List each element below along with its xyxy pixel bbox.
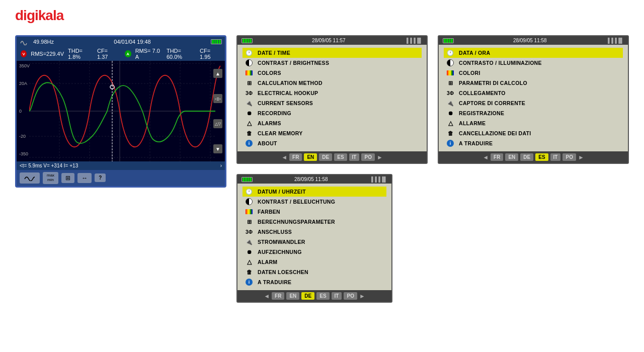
clock-icon: 🕐 — [245, 49, 254, 56]
it-item-contrast[interactable]: CONTRASTO / ILLUMINAZIONE — [444, 58, 623, 68]
lang-next-en[interactable]: ► — [377, 154, 383, 161]
osc-battery — [211, 39, 222, 44]
scroll-down-btn[interactable]: ▼ — [213, 144, 222, 153]
lang-po-en[interactable]: PO — [361, 153, 374, 161]
lang-en-it[interactable]: EN — [505, 153, 518, 161]
osc-side-controls: ▲ ◁▷ △▽ ▼ — [212, 61, 223, 161]
it-item-alarms-label: ALLARME — [459, 120, 486, 126]
lang-next-de[interactable]: ► — [359, 293, 365, 300]
screen-en: 28/09/05 11:57 ▐▐▐▐▌ 🕐 DATE / TIME CONTR… — [236, 35, 428, 164]
lang-fr-de[interactable]: FR — [272, 292, 284, 300]
it-item-sensors[interactable]: 🔌 CAPTORE DI CORRENTE — [444, 98, 623, 108]
it-item-calc[interactable]: ⊞ PARAMETRI DI CALCOLO — [444, 78, 623, 88]
en-item-alarms[interactable]: △ ALARMS — [243, 118, 422, 128]
osc-datetime: 04/01/04 19:48 — [114, 39, 150, 45]
de-item-contrast-label: KONTRAST / BELEUCHTUNG — [258, 199, 335, 205]
de-item-clear[interactable]: 🗑 DATEN LOESCHEN — [243, 267, 386, 277]
de-contrast-icon — [246, 198, 253, 205]
max-min-btn[interactable]: maxmin — [43, 172, 58, 184]
en-item-colors[interactable]: COLORS — [243, 68, 422, 78]
wave-view-btn[interactable] — [20, 172, 40, 184]
lang-next-it[interactable]: ► — [578, 154, 584, 161]
lang-en-de[interactable]: EN — [286, 292, 299, 300]
lang-es-en[interactable]: ES — [334, 153, 347, 161]
logo-text: digikala — [15, 8, 63, 23]
help-btn[interactable]: ? — [95, 173, 106, 182]
lang-it-it[interactable]: IT — [550, 153, 561, 161]
osc-status-text: <t= 5.9ms V= +314 I= +13 — [20, 163, 78, 168]
de-item-about[interactable]: i A TRADUIRE — [243, 277, 386, 287]
en-item-electrical[interactable]: 3Φ ELECTRICAL HOOKUP — [243, 88, 422, 98]
it-colors-icon — [447, 70, 454, 75]
it-item-clear[interactable]: 🗑 CANCELLAZIONE DEI DATI — [444, 128, 623, 138]
it-item-about-label: A TRADUIRE — [459, 140, 493, 146]
de-clock-icon: 🕐 — [245, 188, 254, 195]
lang-prev-de[interactable]: ◄ — [264, 293, 270, 300]
y-label-0: 0 — [19, 109, 22, 114]
screen-de-body: 🕐 DATUM / UHRZEIT KONTRAST / BELEUCHTUNG… — [237, 184, 391, 290]
de-colors-icon — [246, 209, 253, 214]
de-info-icon: i — [246, 279, 253, 286]
lang-it-de[interactable]: IT — [332, 292, 342, 300]
lang-de-en[interactable]: DE — [319, 153, 332, 161]
de-item-colors[interactable]: FARBEN — [243, 207, 386, 217]
it-electrical-icon: 3Φ — [446, 90, 455, 97]
screens-container: 49.98Hz 04/01/04 19:48 V RMS=229.4V THD=… — [15, 35, 629, 303]
lang-es-it[interactable]: ES — [535, 153, 548, 161]
lang-de-it[interactable]: DE — [520, 153, 533, 161]
en-item-calc[interactable]: ⊞ CALCULATION METHOD — [243, 78, 422, 88]
en-item-recording[interactable]: ⏺ RECORDING — [243, 108, 422, 118]
en-item-contrast[interactable]: CONTRAST / BRIGHTNESS — [243, 58, 422, 68]
lang-prev-it[interactable]: ◄ — [482, 154, 489, 161]
de-item-sensors-label: STROMWANDLER — [258, 239, 305, 245]
it-item-clear-label: CANCELLAZIONE DEI DATI — [459, 130, 531, 136]
it-battery-right: ▐▐▐▐▌ — [606, 38, 624, 43]
it-item-about[interactable]: i A TRADUIRE — [444, 138, 623, 148]
de-item-recording[interactable]: ⏺ AUFZEICHNUNG — [243, 247, 386, 257]
current-reading: A RMS= 7.0 A THD= 60.0% CF= 1.95 — [125, 48, 221, 60]
cursor-btn[interactable]: ↔ — [77, 173, 92, 183]
it-record-icon: ⏺ — [446, 110, 455, 117]
logo: digikala — [15, 8, 63, 24]
lang-fr-it[interactable]: FR — [491, 153, 503, 161]
grid-btn[interactable]: ⊞ — [61, 173, 74, 183]
it-item-alarms[interactable]: △ ALLARME — [444, 118, 623, 128]
osc-grid-svg — [29, 61, 225, 161]
de-item-date-time[interactable]: 🕐 DATUM / UHRZEIT — [243, 187, 386, 197]
en-item-about[interactable]: i ABOUT — [243, 138, 422, 148]
top-screens: 28/09/05 11:57 ▐▐▐▐▌ 🕐 DATE / TIME CONTR… — [236, 35, 629, 164]
scroll-up-btn[interactable]: ▲ — [213, 69, 222, 78]
de-item-sensors[interactable]: 🔌 STROMWANDLER — [243, 237, 386, 247]
lang-po-it[interactable]: PO — [562, 153, 576, 161]
de-item-alarms[interactable]: △ ALARM — [243, 257, 386, 267]
en-item-sensors-label: CURRENT SENSORS — [258, 100, 313, 106]
lang-en-en[interactable]: EN — [304, 153, 317, 161]
screen-de-header: 28/09/05 11:58 ▐▐▐▐▌ — [237, 175, 391, 184]
lang-fr-en[interactable]: FR — [289, 153, 302, 161]
en-item-clear[interactable]: 🗑 CLEAR MEMORY — [243, 128, 422, 138]
osc-arrow-right: › — [220, 163, 222, 168]
it-item-colors[interactable]: COLORI — [444, 68, 623, 78]
it-item-recording[interactable]: ⏺ REGISTRAZIONE — [444, 108, 623, 118]
lang-it-en[interactable]: IT — [349, 153, 360, 161]
lang-prev-en[interactable]: ◄ — [281, 154, 287, 161]
v-thd: THD= 1.8% — [68, 48, 93, 60]
de-item-electrical[interactable]: 3Φ ANSCHLUSS — [243, 227, 386, 237]
en-item-sensors[interactable]: 🔌 CURRENT SENSORS — [243, 98, 422, 108]
lang-de-de[interactable]: DE — [301, 292, 314, 300]
de-item-calc-label: BERECHNUNGSPARAMETER — [258, 219, 335, 225]
de-item-contrast[interactable]: KONTRAST / BELEUCHTUNG — [243, 197, 386, 207]
screen-it-header: 28/09/05 11:58 ▐▐▐▐▌ — [439, 36, 628, 45]
de-clamp-icon: 🔌 — [245, 238, 254, 245]
zoom-horizontal-btn[interactable]: ◁▷ — [213, 94, 222, 103]
lang-es-de[interactable]: ES — [316, 292, 329, 300]
lang-po-de[interactable]: PO — [344, 292, 357, 300]
zoom-vertical-btn[interactable]: △▽ — [213, 119, 222, 128]
screen-it-footer: ◄ FR EN DE ES IT PO ► — [439, 151, 628, 163]
de-item-calc[interactable]: ⊞ BERECHNUNGSPARAMETER — [243, 217, 386, 227]
it-item-date-time[interactable]: 🕐 DATA / ORA — [444, 48, 623, 58]
osc-header: 49.98Hz 04/01/04 19:48 — [17, 37, 225, 47]
screen-de: 28/09/05 11:58 ▐▐▐▐▌ 🕐 DATUM / UHRZEIT K… — [236, 174, 392, 303]
it-item-electrical[interactable]: 3Φ COLLEGAMENTO — [444, 88, 623, 98]
en-item-date-time[interactable]: 🕐 DATE / TIME — [243, 48, 422, 58]
